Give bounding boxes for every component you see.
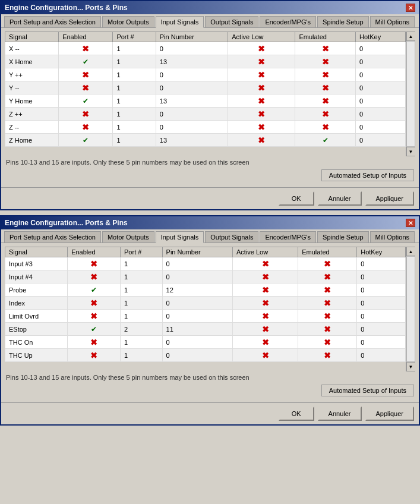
scrollbar[interactable]: ▲ ▼ [406, 32, 415, 156]
tab-input-signals[interactable]: Input Signals [156, 231, 204, 243]
enabled-cell[interactable]: ✔ [59, 55, 113, 68]
pin-cell: 13 [156, 134, 228, 147]
scroll-down-button[interactable]: ▼ [406, 362, 416, 371]
enabled-cell[interactable]: ✖ [59, 81, 113, 94]
enabled-cell[interactable]: ✖ [68, 270, 121, 284]
enabled-cell[interactable]: ✖ [59, 42, 113, 55]
x-icon: ✖ [82, 83, 89, 93]
window-title: Engine Configuration... Ports & Pins [5, 4, 128, 12]
emulated-cell[interactable]: ✔ [295, 134, 356, 147]
enabled-cell[interactable]: ✔ [59, 134, 113, 147]
scroll-up-button[interactable]: ▲ [406, 32, 416, 41]
emulated-cell[interactable]: ✖ [298, 284, 357, 297]
close-button[interactable]: ✕ [406, 219, 415, 227]
emulated-cell[interactable]: ✖ [298, 270, 357, 284]
x-icon: ✖ [258, 136, 265, 145]
apply-button[interactable]: Appliquer [365, 407, 414, 421]
active-low-cell[interactable]: ✖ [228, 121, 295, 134]
active-low-cell[interactable]: ✖ [232, 297, 298, 310]
active-low-cell[interactable]: ✖ [228, 55, 295, 68]
tab-spindle-setup[interactable]: Spindle Setup [317, 231, 369, 242]
ok-button[interactable]: OK [279, 191, 314, 206]
hint-text: Pins 10-13 and 15 are inputs. Only these… [5, 156, 415, 167]
tab-mill-options[interactable]: Mill Options [370, 231, 415, 242]
emulated-cell[interactable]: ✖ [298, 349, 357, 362]
cancel-button[interactable]: Annuler [318, 407, 362, 421]
tab-mill-options[interactable]: Mill Options [370, 16, 415, 27]
x-icon: ✖ [262, 298, 269, 308]
enabled-cell[interactable]: ✖ [59, 68, 113, 81]
title-bar: Engine Configuration... Ports & Pins ✕ [1, 1, 419, 14]
enabled-cell[interactable]: ✔ [59, 94, 113, 108]
hotkey-cell: 0 [356, 134, 406, 147]
enabled-cell[interactable]: ✖ [59, 108, 113, 121]
tab-spindle-setup[interactable]: Spindle Setup [317, 16, 369, 27]
x-icon: ✖ [322, 96, 329, 106]
active-low-cell[interactable]: ✖ [228, 68, 295, 81]
pin-cell: 0 [162, 349, 232, 362]
active-low-cell[interactable]: ✖ [232, 323, 298, 336]
active-low-cell[interactable]: ✖ [232, 336, 298, 349]
active-low-cell[interactable]: ✖ [232, 310, 298, 323]
active-low-cell[interactable]: ✖ [228, 94, 295, 108]
emulated-cell[interactable]: ✖ [295, 94, 356, 108]
x-icon: ✖ [322, 57, 329, 67]
tab-output-signals[interactable]: Output Signals [205, 16, 258, 27]
emulated-cell[interactable]: ✖ [298, 323, 357, 336]
active-low-cell[interactable]: ✖ [228, 108, 295, 121]
tab-encoder-mpg-s[interactable]: Encoder/MPG's [260, 231, 316, 242]
enabled-cell[interactable]: ✖ [68, 336, 121, 349]
scroll-up-button[interactable]: ▲ [406, 247, 416, 256]
enabled-cell[interactable]: ✖ [59, 121, 113, 134]
tab-encoder-mpg-s[interactable]: Encoder/MPG's [260, 16, 316, 27]
col-header: Enabled [68, 247, 121, 257]
emulated-cell[interactable]: ✖ [295, 55, 356, 68]
tab-input-signals[interactable]: Input Signals [156, 16, 204, 28]
hotkey-cell: 0 [356, 68, 406, 81]
tab-motor-outputs[interactable]: Motor Outputs [102, 231, 154, 242]
enabled-cell[interactable]: ✖ [68, 349, 121, 362]
emulated-cell[interactable]: ✖ [298, 336, 357, 349]
emulated-cell[interactable]: ✖ [295, 42, 356, 55]
tab-port-setup-and-axis-selection[interactable]: Port Setup and Axis Selection [4, 16, 101, 27]
x-icon: ✖ [82, 109, 89, 119]
active-low-cell[interactable]: ✖ [228, 81, 295, 94]
emulated-cell[interactable]: ✖ [298, 257, 357, 270]
signal-name: THC Up [5, 349, 68, 362]
enabled-cell[interactable]: ✖ [68, 257, 121, 270]
auto-setup-button[interactable]: Automated Setup of Inputs [321, 385, 414, 396]
auto-setup-button[interactable]: Automated Setup of Inputs [321, 169, 414, 181]
scroll-track[interactable] [406, 256, 415, 362]
emulated-cell[interactable]: ✖ [298, 310, 357, 323]
port-cell: 1 [113, 94, 156, 108]
active-low-cell[interactable]: ✖ [232, 270, 298, 284]
emulated-cell[interactable]: ✖ [295, 81, 356, 94]
enabled-cell[interactable]: ✖ [68, 310, 121, 323]
tab-output-signals[interactable]: Output Signals [205, 231, 258, 242]
emulated-cell[interactable]: ✖ [298, 297, 357, 310]
active-low-cell[interactable]: ✖ [232, 284, 298, 297]
active-low-cell[interactable]: ✖ [232, 257, 298, 270]
active-low-cell[interactable]: ✖ [228, 42, 295, 55]
active-low-cell[interactable]: ✖ [228, 134, 295, 147]
active-low-cell[interactable]: ✖ [232, 349, 298, 362]
ok-button[interactable]: OK [279, 407, 314, 421]
scrollbar[interactable]: ▲ ▼ [406, 247, 415, 371]
cancel-button[interactable]: Annuler [318, 191, 362, 206]
scroll-track[interactable] [406, 41, 415, 147]
close-button[interactable]: ✕ [406, 4, 415, 12]
x-icon: ✖ [262, 285, 269, 295]
enabled-cell[interactable]: ✔ [68, 323, 121, 336]
hotkey-cell: 0 [357, 270, 406, 284]
enabled-cell[interactable]: ✔ [68, 284, 121, 297]
scroll-down-button[interactable]: ▼ [406, 147, 416, 156]
pin-cell: 13 [156, 55, 228, 68]
apply-button[interactable]: Appliquer [365, 191, 414, 206]
emulated-cell[interactable]: ✖ [295, 108, 356, 121]
pin-cell: 0 [162, 310, 232, 323]
tab-motor-outputs[interactable]: Motor Outputs [102, 16, 154, 27]
tab-port-setup-and-axis-selection[interactable]: Port Setup and Axis Selection [4, 231, 101, 242]
emulated-cell[interactable]: ✖ [295, 68, 356, 81]
enabled-cell[interactable]: ✖ [68, 297, 121, 310]
emulated-cell[interactable]: ✖ [295, 121, 356, 134]
